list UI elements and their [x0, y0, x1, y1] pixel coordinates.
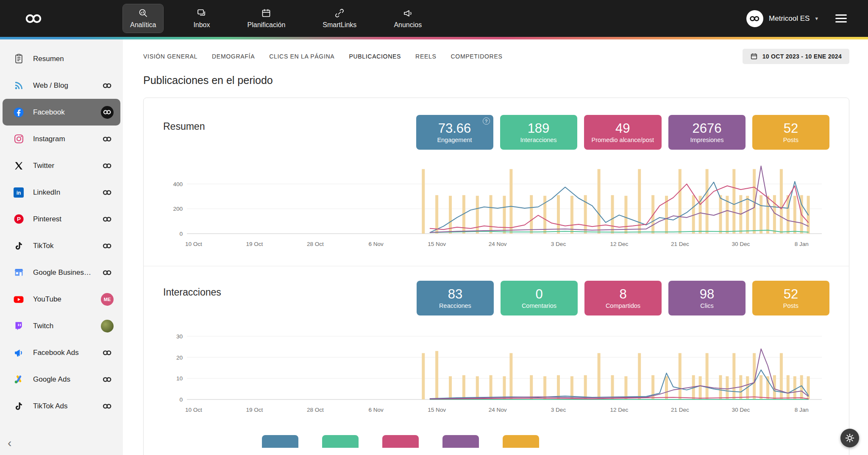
metricool-badge-icon: [101, 400, 114, 413]
metricool-badge-icon: [101, 186, 114, 199]
sidebar-item-google-business[interactable]: Google Business ...: [0, 259, 123, 286]
planner-icon: [261, 8, 271, 18]
pinterest-icon: P: [13, 213, 25, 225]
main-content: VISIÓN GENERALDEMOGRAFÍACLICS EN LA PÁGI…: [123, 39, 868, 455]
svg-text:10: 10: [176, 375, 183, 382]
svg-text:12 Dec: 12 Dec: [610, 241, 629, 247]
stat-value: 73.66: [438, 121, 471, 136]
sidebar-item-facebook-ads[interactable]: Facebook Ads: [0, 339, 123, 366]
svg-text:28 Oct: 28 Oct: [307, 241, 324, 247]
sidebar-item-instagram[interactable]: Instagram: [0, 126, 123, 152]
stat-value: 52: [784, 121, 798, 136]
google-ads-icon: [13, 374, 25, 385]
tab-clics-en-la-pagina[interactable]: CLICS EN LA PÁGINA: [269, 53, 334, 60]
svg-text:0: 0: [179, 396, 183, 403]
sidebar-item-twitter[interactable]: Twitter: [0, 152, 123, 179]
youtube-icon: [13, 293, 25, 305]
nav-item-anuncios[interactable]: Anuncios: [387, 4, 429, 33]
svg-text:15 Nov: 15 Nov: [428, 407, 446, 413]
interacciones-chart: 010203010 Oct19 Oct28 Oct6 Nov15 Nov24 N…: [163, 326, 829, 416]
settings-fab[interactable]: [840, 429, 859, 447]
svg-text:19 Oct: 19 Oct: [246, 241, 263, 247]
nav-item-smartlinks[interactable]: SmartLinks: [315, 4, 364, 33]
stat-card-posts: 52 Posts: [752, 281, 829, 315]
section-interacciones: Interacciones 83 Reacciones 0 Comentario…: [163, 281, 829, 416]
stat-card-compartidos: 8 Compartidos: [584, 281, 662, 315]
chevron-down-icon[interactable]: ▾: [815, 15, 818, 22]
metricool-logo-icon[interactable]: [0, 13, 123, 24]
sidebar-item-twitch[interactable]: Twitch: [0, 313, 123, 339]
nav-item-inbox[interactable]: Inbox: [186, 4, 217, 33]
stat-card-reacciones: 83 Reacciones: [417, 281, 494, 315]
tab-reels[interactable]: REELS: [415, 53, 436, 60]
date-range-picker[interactable]: 10 OCT 2023 - 10 ENE 2024: [743, 49, 849, 64]
stat-card-comentarios: 0 Comentarios: [501, 281, 578, 315]
svg-text:400: 400: [173, 181, 183, 187]
metricool-badge-icon: [101, 106, 114, 119]
svg-text:8 Jan: 8 Jan: [795, 407, 809, 413]
svg-text:28 Oct: 28 Oct: [307, 407, 324, 413]
svg-text:P: P: [17, 216, 21, 222]
tiktok-ads-icon: [13, 400, 25, 412]
svg-text:10 Oct: 10 Oct: [185, 407, 202, 413]
stat-label: Comentarios: [522, 302, 556, 309]
main-nav: Analítica Inbox Planificación SmartLinks…: [123, 4, 429, 33]
nav-item-planificacion[interactable]: Planificación: [240, 4, 293, 33]
link-icon: [334, 8, 345, 18]
stat-label: Interacciones: [520, 137, 556, 143]
megaphone-icon: [403, 8, 413, 18]
sidebar-item-linkedin[interactable]: in LinkedIn: [0, 179, 123, 206]
topbar: Analítica Inbox Planificación SmartLinks…: [0, 0, 868, 37]
sidebar-collapse-button[interactable]: ‹: [8, 437, 11, 449]
sidebar-item-google-ads[interactable]: Google Ads: [0, 366, 123, 393]
sidebar-item-tiktok[interactable]: TikTok: [0, 232, 123, 259]
stat-card-clics: 98 Clics: [668, 281, 746, 315]
sidebar-item-youtube[interactable]: YouTube ME: [0, 286, 123, 313]
sidebar-item-pinterest[interactable]: P Pinterest: [0, 206, 123, 232]
gear-icon: [845, 433, 854, 443]
section-title-resumen: Resumen: [163, 115, 205, 132]
svg-text:30: 30: [176, 333, 183, 340]
section-divider: [144, 266, 849, 266]
sidebar-item-resumen[interactable]: Resumen: [0, 45, 123, 72]
sidebar-item-facebook[interactable]: Facebook: [3, 99, 120, 126]
sidebar-item-tiktok-ads[interactable]: TikTok Ads: [0, 393, 123, 419]
stat-card-partial: [262, 435, 298, 448]
stat-label: Impresiones: [690, 137, 724, 143]
tab-vision-general[interactable]: VISIÓN GENERAL: [143, 53, 198, 60]
tab-publicaciones[interactable]: PUBLICACIONES: [349, 53, 401, 60]
stat-label: Compartidos: [606, 302, 640, 309]
svg-text:0: 0: [179, 231, 183, 237]
metricool-app: Analítica Inbox Planificación SmartLinks…: [0, 0, 868, 455]
calendar-icon: [750, 53, 758, 60]
menu-icon[interactable]: [835, 14, 847, 22]
svg-text:21 Dec: 21 Dec: [671, 241, 689, 247]
tab-competidores[interactable]: COMPETIDORES: [451, 53, 503, 60]
instagram-icon: [13, 133, 25, 145]
account-initials-badge: ME: [101, 293, 114, 306]
sidebar-item-web-blog[interactable]: Web / Blog: [0, 72, 123, 99]
tab-demografia[interactable]: DEMOGRAFÍA: [212, 53, 255, 60]
svg-text:6 Nov: 6 Nov: [369, 241, 384, 247]
stat-card-partial: [382, 435, 419, 448]
stat-label: Clics: [700, 302, 713, 309]
content-header: VISIÓN GENERALDEMOGRAFÍACLICS EN LA PÁGI…: [143, 49, 849, 64]
svg-text:20: 20: [176, 355, 183, 361]
stat-value: 189: [528, 121, 550, 136]
help-icon[interactable]: ?: [483, 117, 490, 125]
svg-text:15 Nov: 15 Nov: [428, 241, 446, 247]
account-name[interactable]: Metricool ES: [769, 14, 810, 23]
section-resumen: Resumen 73.66 Engagement ? 189 Interacci…: [163, 115, 829, 250]
svg-text:6 Nov: 6 Nov: [369, 407, 384, 413]
nav-item-analitica[interactable]: Analítica: [123, 4, 163, 33]
metricool-badge-icon: [101, 133, 114, 145]
stat-card-engagement: 73.66 Engagement ?: [416, 115, 493, 150]
stat-label: Posts: [783, 137, 798, 143]
stat-label: Engagement: [437, 137, 472, 143]
stat-card-impresiones: 2676 Impresiones: [668, 115, 746, 150]
stat-value: 0: [535, 287, 542, 301]
metricool-badge-icon: [101, 346, 114, 359]
page-title: Publicaciones en el periodo: [143, 74, 849, 87]
account-avatar[interactable]: [746, 10, 763, 27]
stat-value: 49: [615, 121, 630, 136]
